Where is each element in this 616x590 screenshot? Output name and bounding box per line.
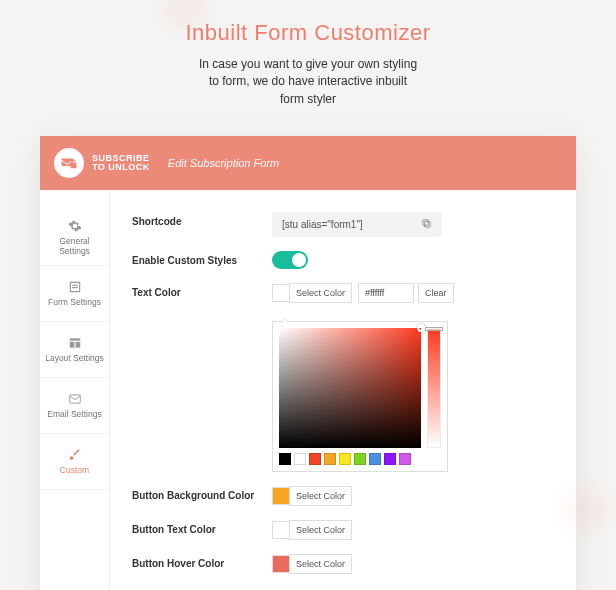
hue-handle[interactable] — [425, 327, 443, 331]
form-icon — [68, 280, 82, 294]
preset-swatch[interactable] — [339, 453, 351, 465]
row-text-color: Text Color Select Color Clear — [132, 283, 558, 472]
row-enable-custom: Enable Custom Styles — [132, 251, 558, 269]
logo-text: SUBSCRIBE TO UNLOCK — [92, 154, 150, 172]
sidebar-item-layout[interactable]: Layout Settings — [40, 322, 109, 378]
color-swatch[interactable] — [272, 521, 290, 539]
color-picker — [272, 321, 448, 472]
color-swatch[interactable] — [272, 555, 290, 573]
svg-rect-9 — [423, 220, 429, 226]
preset-swatch[interactable] — [354, 453, 366, 465]
brush-icon — [68, 448, 82, 462]
sidebar-item-custom[interactable]: Custom — [40, 434, 109, 490]
sidebar-item-form[interactable]: Form Settings — [40, 266, 109, 322]
envelope-icon — [68, 392, 82, 406]
field-label: Button Background Color — [132, 486, 272, 501]
gear-icon — [68, 219, 82, 233]
field-label: Button Text Color — [132, 520, 272, 535]
copy-icon[interactable] — [421, 218, 432, 231]
field-label: Enable Custom Styles — [132, 251, 272, 266]
row-shortcode: Shortcode [stu alias="form1"] — [132, 212, 558, 237]
sidebar-item-email[interactable]: Email Settings — [40, 378, 109, 434]
sidebar: General Settings Form Settings Layout Se… — [40, 190, 110, 590]
select-color-button[interactable]: Select Color — [289, 486, 352, 506]
toggle-enable-custom[interactable] — [272, 251, 308, 269]
settings-panel: SUBSCRIBE TO UNLOCK Edit Subscription Fo… — [40, 136, 576, 590]
panel-header: SUBSCRIBE TO UNLOCK Edit Subscription Fo… — [40, 136, 576, 190]
sidebar-item-label: Layout Settings — [41, 354, 108, 363]
panel-title: Edit Subscription Form — [168, 157, 279, 169]
select-color-button[interactable]: Select Color — [289, 283, 352, 303]
page-title: Inbuilt Form Customizer — [0, 20, 616, 46]
sidebar-item-general[interactable]: General Settings — [40, 210, 109, 266]
hex-input[interactable] — [358, 283, 414, 303]
envelope-lock-icon — [54, 148, 84, 178]
preset-swatch[interactable] — [279, 453, 291, 465]
preset-swatch[interactable] — [384, 453, 396, 465]
select-color-button[interactable]: Select Color — [289, 554, 352, 574]
svg-rect-6 — [75, 342, 80, 348]
sidebar-item-label: Custom — [56, 466, 93, 475]
row-button-text: Button Text Color Select Color — [132, 520, 558, 540]
content: Shortcode [stu alias="form1"] Enable Cus… — [110, 190, 576, 590]
shortcode-value: [stu alias="form1"] — [282, 219, 363, 230]
sidebar-item-label: Email Settings — [43, 410, 105, 419]
row-button-bg: Button Background Color Select Color — [132, 486, 558, 506]
hue-slider[interactable] — [427, 328, 441, 448]
logo: SUBSCRIBE TO UNLOCK — [54, 148, 150, 178]
preset-swatches — [279, 453, 421, 465]
svg-rect-4 — [69, 338, 80, 340]
sidebar-item-label: General Settings — [40, 237, 109, 256]
svg-rect-0 — [71, 163, 77, 168]
field-label: Shortcode — [132, 212, 272, 227]
svg-rect-2 — [72, 285, 78, 286]
field-label: Text Color — [132, 283, 272, 298]
decoration — [556, 480, 616, 540]
color-swatch[interactable] — [272, 487, 290, 505]
preset-swatch[interactable] — [309, 453, 321, 465]
picker-handle[interactable] — [417, 324, 425, 332]
field-label: Button Hover Color — [132, 554, 272, 569]
clear-button[interactable]: Clear — [418, 283, 454, 303]
page-subtitle: In case you want to give your own stylin… — [0, 56, 616, 108]
row-button-hover: Button Hover Color Select Color — [132, 554, 558, 574]
svg-rect-5 — [69, 342, 74, 348]
shortcode-display: [stu alias="form1"] — [272, 212, 442, 237]
preset-swatch[interactable] — [324, 453, 336, 465]
preset-swatch[interactable] — [369, 453, 381, 465]
svg-rect-3 — [72, 287, 78, 288]
select-color-button[interactable]: Select Color — [289, 520, 352, 540]
sidebar-item-label: Form Settings — [44, 298, 105, 307]
color-swatch[interactable] — [272, 284, 290, 302]
color-picker-area[interactable] — [279, 328, 421, 448]
svg-rect-8 — [425, 222, 431, 228]
hero: Inbuilt Form Customizer In case you want… — [0, 0, 616, 124]
svg-rect-7 — [69, 395, 80, 403]
preset-swatch[interactable] — [399, 453, 411, 465]
preset-swatch[interactable] — [294, 453, 306, 465]
layout-icon — [68, 336, 82, 350]
